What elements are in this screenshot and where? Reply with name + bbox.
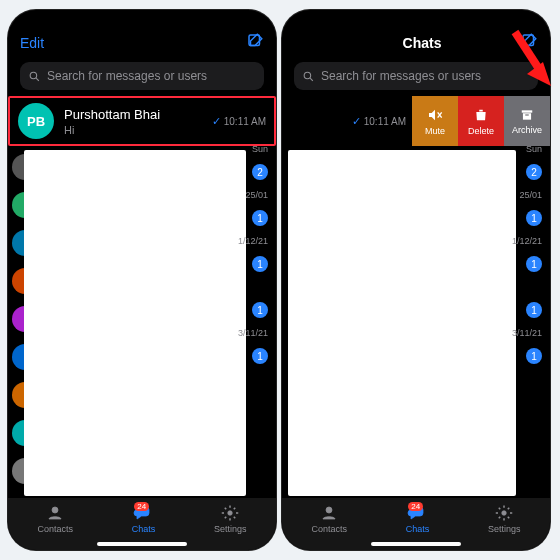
read-check-icon: ✓ xyxy=(212,115,221,128)
right-meta-column: Sun 2 25/01 1 1/12/21 1 . 1 3/11/21 1 xyxy=(516,140,546,496)
chat-preview: Hi xyxy=(64,124,202,136)
home-indicator xyxy=(371,542,461,546)
svg-rect-7 xyxy=(523,113,531,119)
chat-row-swiped: ✓ 10:11 AM Mute Delete Archive xyxy=(282,96,550,146)
chat-meta: ✓ 10:11 AM xyxy=(282,96,412,146)
svg-point-3 xyxy=(228,511,233,516)
delete-action[interactable]: Delete xyxy=(458,96,504,146)
tab-chats[interactable]: 24 Chats xyxy=(406,504,430,534)
mute-action[interactable]: Mute xyxy=(412,96,458,146)
svg-marker-11 xyxy=(527,62,551,86)
svg-rect-8 xyxy=(525,114,529,115)
chat-row-highlighted[interactable]: PB Purshottam Bhai Hi ✓ 10:11 AM xyxy=(8,96,276,146)
chat-meta: ✓ 10:11 AM xyxy=(212,115,266,128)
phone-screenshot-left: Edit Search for messages or users PB Pur… xyxy=(8,10,276,550)
tab-settings[interactable]: Settings xyxy=(214,504,247,534)
unread-count-badge: 24 xyxy=(134,502,149,511)
svg-point-10 xyxy=(502,511,507,516)
search-input[interactable]: Search for messages or users xyxy=(20,62,264,90)
nav-bar: Edit xyxy=(8,32,276,58)
archive-action[interactable]: Archive xyxy=(504,96,550,146)
redaction-block xyxy=(24,150,246,496)
chat-name: Purshottam Bhai xyxy=(64,107,202,122)
compose-icon[interactable] xyxy=(246,32,264,54)
svg-point-5 xyxy=(304,72,311,79)
tab-chats[interactable]: 24 Chats xyxy=(132,504,156,534)
svg-point-9 xyxy=(326,507,332,513)
redaction-block xyxy=(288,150,516,496)
unread-count-badge: 24 xyxy=(408,502,423,511)
tab-contacts[interactable]: Contacts xyxy=(37,504,73,534)
svg-point-2 xyxy=(52,507,58,513)
status-bar xyxy=(8,10,276,32)
annotation-arrow xyxy=(507,28,551,92)
edit-button[interactable]: Edit xyxy=(20,35,44,51)
nav-title: Chats xyxy=(403,35,442,51)
home-indicator xyxy=(97,542,187,546)
right-meta-column: Sun 2 25/01 1 1/12/21 1 . 1 3/11/21 1 xyxy=(242,140,272,496)
search-input[interactable]: Search for messages or users xyxy=(294,62,538,90)
read-check-icon: ✓ xyxy=(352,115,361,128)
search-placeholder: Search for messages or users xyxy=(47,69,207,83)
nav-title-redacted xyxy=(130,37,160,49)
tab-settings[interactable]: Settings xyxy=(488,504,521,534)
search-placeholder: Search for messages or users xyxy=(321,69,481,83)
tab-contacts[interactable]: Contacts xyxy=(311,504,347,534)
svg-rect-6 xyxy=(522,110,533,112)
svg-point-1 xyxy=(30,72,37,79)
avatar: PB xyxy=(18,103,54,139)
